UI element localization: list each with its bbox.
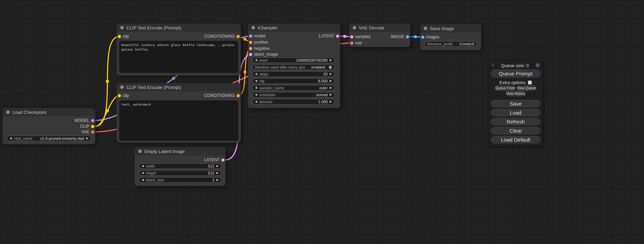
node-title-bar[interactable]: Save Image bbox=[420, 24, 481, 33]
increment-arrow-icon[interactable]: ▶ bbox=[330, 73, 332, 75]
decrement-arrow-icon[interactable]: ◀ bbox=[142, 165, 144, 168]
widget-name: width bbox=[146, 164, 155, 168]
collapse-dot-icon[interactable] bbox=[138, 150, 142, 153]
node-title-bar[interactable]: VAE Decode bbox=[349, 24, 410, 32]
view-history-button[interactable]: View History bbox=[506, 91, 526, 96]
negative-prompt-textarea[interactable]: text, watermark bbox=[119, 100, 238, 141]
increment-arrow-icon[interactable]: ▶ bbox=[217, 165, 219, 168]
decrement-arrow-icon[interactable]: ◀ bbox=[255, 73, 257, 75]
widget-value: 156680208700286 bbox=[296, 58, 328, 62]
node-load-checkpoint[interactable]: Load Checkpoint MODEL CLIP VAE ◀ ckpt_na… bbox=[3, 108, 95, 144]
node-title-bar[interactable]: CLIP Text Encode (Prompt) bbox=[117, 83, 241, 91]
increment-arrow-icon[interactable]: ▶ bbox=[330, 80, 332, 82]
collapse-dot-icon[interactable] bbox=[120, 85, 124, 89]
clear-button[interactable]: Clear bbox=[491, 127, 540, 134]
steps-number-widget[interactable]: ◀ steps 20 ▶ bbox=[252, 71, 335, 77]
settings-gear-icon[interactable]: ⚙ bbox=[536, 62, 540, 69]
widget-value: euler bbox=[319, 86, 327, 90]
input-dot-latent-image[interactable] bbox=[249, 53, 252, 56]
increment-arrow-icon[interactable]: ▶ bbox=[330, 100, 332, 103]
output-dot-image[interactable] bbox=[406, 35, 409, 38]
widget-value: v1-5-pruned-emaonly.ckpt bbox=[40, 136, 84, 141]
decrement-arrow-icon[interactable]: ◀ bbox=[255, 93, 257, 96]
save-button[interactable]: Save bbox=[491, 100, 540, 107]
queue-menu-panel: ⠿ Queue size: 0 ⚙ Queue Prompt Extra opt… bbox=[488, 61, 543, 146]
output-dot-latent[interactable] bbox=[221, 159, 224, 162]
queue-front-button[interactable]: Queue Front bbox=[495, 85, 515, 91]
node-title-bar[interactable]: KSampler bbox=[248, 24, 340, 32]
decrement-arrow-icon[interactable]: ◀ bbox=[255, 59, 257, 62]
output-dot-conditioning[interactable] bbox=[237, 35, 240, 38]
seed-number-widget[interactable]: ◀ seed 156680208700286 ▶ bbox=[252, 57, 335, 63]
widget-value: 20 bbox=[324, 72, 328, 76]
increment-arrow-icon[interactable]: ▶ bbox=[217, 172, 219, 174]
widget-name: Random seed after every gen bbox=[255, 65, 305, 69]
output-dot-conditioning[interactable] bbox=[237, 94, 240, 97]
input-dot-negative[interactable] bbox=[249, 47, 252, 50]
queue-prompt-button[interactable]: Queue Prompt bbox=[491, 70, 540, 78]
widget-value: ComfyUI bbox=[459, 42, 474, 46]
decrement-arrow-icon[interactable]: ◀ bbox=[255, 80, 257, 82]
node-ksampler[interactable]: KSampler model positive negative latent_… bbox=[248, 24, 340, 108]
increment-arrow-icon[interactable]: ▶ bbox=[330, 59, 332, 62]
collapse-dot-icon[interactable] bbox=[6, 110, 10, 114]
input-dot-images[interactable] bbox=[421, 36, 424, 39]
view-queue-button[interactable]: View Queue bbox=[517, 85, 536, 91]
scheduler-combo-widget[interactable]: ◀ scheduler normal ▶ bbox=[252, 92, 335, 98]
output-slot-image: IMAGE bbox=[349, 34, 410, 39]
node-clip-text-encode-positive[interactable]: CLIP Text Encode (Prompt) clip CONDITION… bbox=[117, 24, 241, 75]
extra-options-checkbox[interactable] bbox=[528, 81, 532, 84]
increment-arrow-icon[interactable]: ▶ bbox=[217, 179, 219, 181]
random-seed-toggle-widget[interactable]: Random seed after every gen enabled bbox=[252, 64, 335, 70]
increment-arrow-icon[interactable]: ▶ bbox=[330, 93, 332, 96]
extra-options-row: Extra options bbox=[488, 80, 543, 85]
increment-arrow-icon[interactable]: ▶ bbox=[86, 137, 88, 140]
node-clip-text-encode-negative[interactable]: CLIP Text Encode (Prompt) clip CONDITION… bbox=[117, 83, 241, 143]
height-number-widget[interactable]: ◀ height 512 ▶ bbox=[139, 170, 221, 176]
slot-label: LATENT bbox=[319, 34, 334, 38]
widget-value: 512 bbox=[208, 164, 214, 168]
batch-size-number-widget[interactable]: ◀ batch_size 1 ▶ bbox=[139, 177, 221, 183]
drag-handle-icon[interactable]: ⠿ bbox=[491, 63, 494, 68]
node-title-bar[interactable]: CLIP Text Encode (Prompt) bbox=[117, 24, 241, 32]
node-vae-decode[interactable]: VAE Decode samples vae IMAGE bbox=[349, 24, 410, 47]
decrement-arrow-icon[interactable]: ◀ bbox=[255, 100, 257, 103]
toggle-knob-icon[interactable] bbox=[329, 66, 332, 69]
node-graph-canvas[interactable]: Load Checkpoint MODEL CLIP VAE ◀ ckpt_na… bbox=[0, 0, 644, 244]
output-dot-latent[interactable] bbox=[336, 35, 339, 38]
output-dot-vae[interactable] bbox=[91, 130, 94, 134]
input-slot-images: images bbox=[420, 34, 481, 40]
collapse-dot-icon[interactable] bbox=[424, 27, 427, 30]
widget-value: 512 bbox=[208, 171, 214, 175]
collapse-dot-icon[interactable] bbox=[120, 26, 124, 29]
widget-name: seed bbox=[259, 58, 267, 62]
decrement-arrow-icon[interactable]: ◀ bbox=[142, 179, 144, 181]
node-title: Save Image bbox=[430, 26, 454, 31]
node-save-image[interactable]: Save Image images filename_prefix ComfyU… bbox=[420, 24, 481, 50]
denoise-number-widget[interactable]: ◀ denoise 1.000 ▶ bbox=[252, 99, 335, 105]
positive-prompt-textarea[interactable]: beautiful scenery nature glass bottle la… bbox=[119, 41, 238, 73]
cfg-number-widget[interactable]: ◀ cfg 8.000 ▶ bbox=[252, 78, 335, 84]
node-title-bar[interactable]: Load Checkpoint bbox=[3, 108, 95, 116]
output-dot-model[interactable] bbox=[91, 119, 94, 122]
refresh-button[interactable]: Refresh bbox=[491, 118, 540, 125]
load-button[interactable]: Load bbox=[491, 109, 540, 116]
input-dot-positive[interactable] bbox=[249, 41, 252, 44]
node-empty-latent-image[interactable]: Empty Latent Image LATENT ◀ width 512 ▶ … bbox=[135, 147, 226, 186]
ckpt-name-combo-widget[interactable]: ◀ ckpt_name v1-5-pruned-emaonly.ckpt ▶ bbox=[7, 136, 91, 141]
sampler-name-combo-widget[interactable]: ◀ sampler_name euler ▶ bbox=[252, 85, 335, 91]
width-number-widget[interactable]: ◀ width 512 ▶ bbox=[139, 163, 221, 169]
increment-arrow-icon[interactable]: ▶ bbox=[330, 87, 332, 89]
widget-value: enabled bbox=[311, 65, 325, 69]
output-dot-clip[interactable] bbox=[91, 125, 94, 128]
collapse-dot-icon[interactable] bbox=[353, 26, 356, 29]
input-dot-vae[interactable] bbox=[350, 42, 353, 45]
decrement-arrow-icon[interactable]: ◀ bbox=[255, 87, 257, 89]
collapse-dot-icon[interactable] bbox=[252, 26, 255, 29]
queue-size-label: Queue size: 0 bbox=[494, 63, 536, 68]
load-default-button[interactable]: Load Default bbox=[491, 136, 540, 143]
node-title-bar[interactable]: Empty Latent Image bbox=[135, 147, 226, 155]
decrement-arrow-icon[interactable]: ◀ bbox=[10, 137, 12, 140]
decrement-arrow-icon[interactable]: ◀ bbox=[142, 172, 144, 174]
filename-prefix-text-widget[interactable]: filename_prefix ComfyUI bbox=[424, 41, 477, 47]
